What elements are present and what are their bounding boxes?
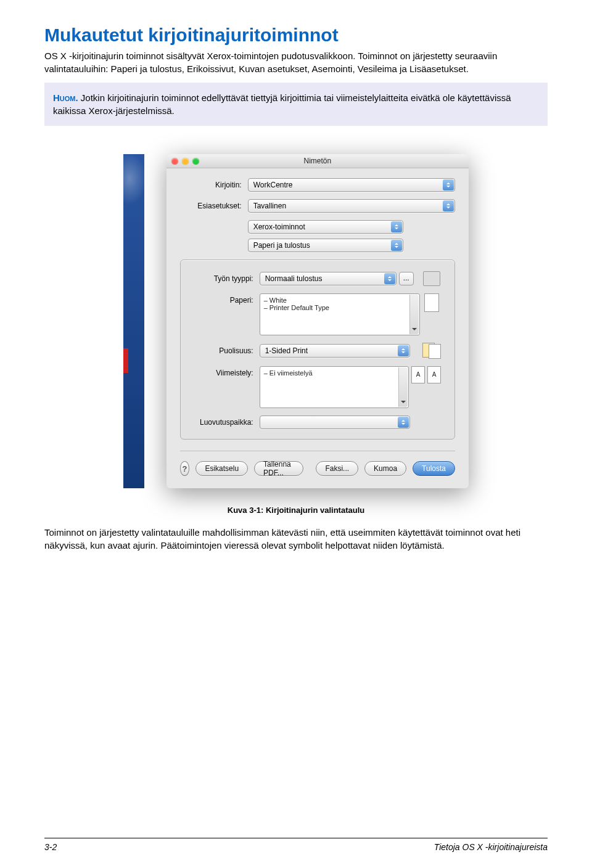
scrollbar-icon[interactable] xyxy=(398,367,408,407)
note-box: Huom. Jotkin kirjoitinajurin toiminnot e… xyxy=(44,83,548,126)
window-titlebar[interactable]: Nimetön xyxy=(166,154,469,168)
intro-paragraph: OS X -kirjoitinajurin toiminnot sisältyv… xyxy=(44,49,548,75)
paper-list-item: – Printer Default Type xyxy=(264,304,416,311)
output-label: Luovutuspaikka: xyxy=(192,418,260,427)
pane-select-paper[interactable]: Paperi ja tulostus xyxy=(248,239,403,252)
pane-select-paper-value: Paperi ja tulostus xyxy=(253,241,310,250)
duplex-icon xyxy=(422,343,441,359)
printer-icon xyxy=(423,271,440,286)
paper-print-panel: Työn tyyppi: Normaali tulostus ... Paper… xyxy=(180,260,455,440)
note-text: Jotkin kirjoitinajurin toiminnot edellyt… xyxy=(53,92,511,116)
chevron-updown-icon xyxy=(391,221,402,232)
pane-select-xerox-value: Xerox-toiminnot xyxy=(253,223,305,231)
chevron-updown-icon xyxy=(398,345,409,356)
paper-label: Paperi: xyxy=(192,293,260,305)
page-icon xyxy=(424,293,439,312)
help-button[interactable]: ? xyxy=(180,461,190,476)
printer-label: Kirjoitin: xyxy=(180,181,248,189)
finish-label: Viimeistely: xyxy=(192,366,260,377)
figure-caption: Kuva 3-1: Kirjoitinajurin valintataulu xyxy=(44,506,548,515)
sided-label: Puolisuus: xyxy=(192,346,260,355)
page-heading: Mukautetut kirjoitinajuritoiminnot xyxy=(44,25,548,46)
cancel-button[interactable]: Kumoa xyxy=(364,461,406,476)
background-strip xyxy=(123,154,144,488)
sided-select-value: 1-Sided Print xyxy=(265,346,308,355)
jobtype-select[interactable]: Normaali tulostus xyxy=(260,272,397,285)
paper-listbox[interactable]: – White – Printer Default Type xyxy=(260,293,420,335)
printer-select-value: WorkCentre xyxy=(253,181,293,189)
jobtype-select-value: Normaali tulostus xyxy=(265,274,323,283)
paper-list-item: – White xyxy=(264,297,416,304)
presets-select-value: Tavallinen xyxy=(253,202,286,210)
save-pdf-button[interactable]: Tallenna PDF... xyxy=(254,461,303,476)
print-dialog-window: Nimetön Kirjoitin: WorkCentre Esiasetuks… xyxy=(166,154,469,488)
window-title: Nimetön xyxy=(166,157,469,165)
finish-listbox[interactable]: – Ei viimeistelyä xyxy=(260,366,409,408)
page-footer: 3-2 Tietoja OS X -kirjoitinajureista xyxy=(44,838,548,852)
jobtype-options-button[interactable]: ... xyxy=(399,272,414,285)
screenshot: Nimetön Kirjoitin: WorkCentre Esiasetuks… xyxy=(123,154,469,488)
output-select[interactable] xyxy=(260,416,410,429)
after-paragraph: Toiminnot on järjestetty valintatauluill… xyxy=(44,526,548,552)
chevron-updown-icon xyxy=(398,417,409,428)
sided-select[interactable]: 1-Sided Print xyxy=(260,344,410,358)
chevron-updown-icon xyxy=(443,200,454,211)
jobtype-label: Työn tyyppi: xyxy=(192,274,260,283)
printer-select[interactable]: WorkCentre xyxy=(248,178,455,192)
red-strip xyxy=(123,348,128,373)
a-icon: A xyxy=(427,366,441,383)
footer-page-number: 3-2 xyxy=(44,842,57,852)
scrollbar-icon[interactable] xyxy=(409,295,419,334)
note-label: Huom. xyxy=(53,92,78,103)
pane-select-xerox[interactable]: Xerox-toiminnot xyxy=(248,220,403,234)
preview-button[interactable]: Esikatselu xyxy=(195,461,248,476)
finish-list-item: – Ei viimeistelyä xyxy=(264,369,405,377)
presets-label: Esiasetukset: xyxy=(180,202,248,210)
divider xyxy=(180,451,455,451)
footer-section-title: Tietoja OS X -kirjoitinajureista xyxy=(434,842,548,852)
a-icon: A xyxy=(411,366,425,383)
print-button[interactable]: Tulosta xyxy=(413,461,455,476)
chevron-updown-icon xyxy=(384,273,395,284)
chevron-updown-icon xyxy=(443,179,454,190)
chevron-updown-icon xyxy=(391,240,402,251)
fax-button[interactable]: Faksi... xyxy=(316,461,358,476)
presets-select[interactable]: Tavallinen xyxy=(248,199,455,213)
